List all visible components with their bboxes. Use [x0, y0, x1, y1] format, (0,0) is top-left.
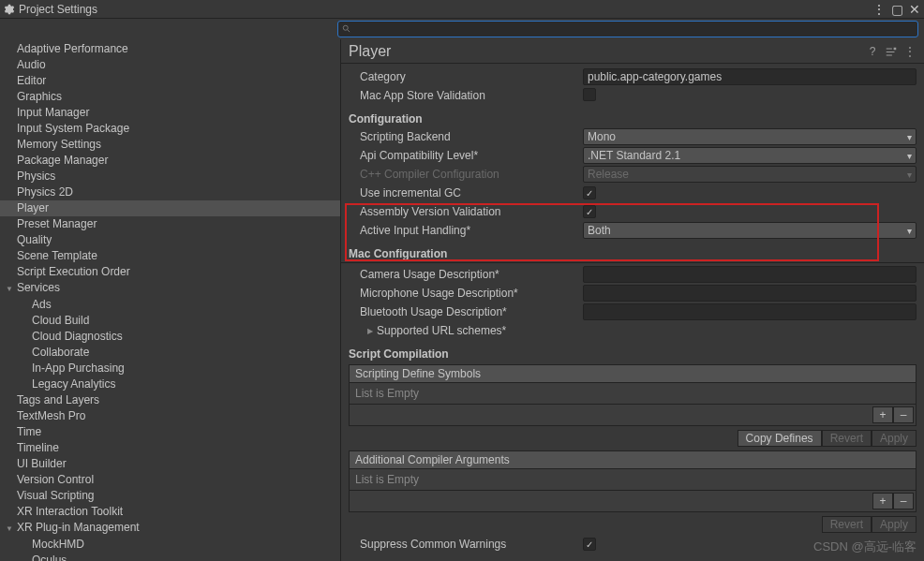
- copy-defines-button[interactable]: Copy Defines: [738, 430, 822, 447]
- sidebar-item[interactable]: Quality: [0, 232, 340, 248]
- sidebar-item[interactable]: Physics: [0, 169, 340, 185]
- sidebar-item[interactable]: Legacy Analytics: [0, 376, 340, 392]
- settings-icon[interactable]: [885, 45, 898, 58]
- active-input-row: Active Input Handling* Both: [341, 221, 924, 240]
- active-input-label: Active Input Handling*: [360, 224, 581, 237]
- args-add-button[interactable]: +: [872, 493, 893, 509]
- sidebar-item[interactable]: MockHMD: [0, 537, 340, 553]
- bt-usage-row: Bluetooth Usage Description*: [341, 303, 924, 321]
- sidebar-item[interactable]: Player: [0, 200, 340, 216]
- page-title: Player: [349, 43, 866, 60]
- cpp-config-label: C++ Compiler Configuration: [360, 168, 581, 181]
- sidebar-item[interactable]: Ads: [0, 297, 340, 313]
- assembly-validation-row: Assembly Version Validation: [341, 202, 924, 221]
- svg-line-1: [348, 30, 350, 33]
- api-compat-label: Api Compatibility Level*: [360, 149, 581, 162]
- search-input[interactable]: [355, 23, 914, 35]
- define-add-button[interactable]: +: [872, 406, 893, 423]
- search-icon: [342, 24, 351, 34]
- sidebar-item[interactable]: Adaptive Performance: [0, 41, 340, 57]
- help-icon[interactable]: ?: [866, 45, 879, 58]
- section-script-compilation: Script Compilation: [341, 346, 924, 362]
- compiler-args-empty: List is Empty: [350, 469, 916, 490]
- section-configuration: Configuration: [341, 111, 924, 127]
- titlebar: Project Settings ⋮ ▢ ✕: [0, 0, 924, 19]
- cpp-config-dropdown: Release: [583, 166, 917, 183]
- more-icon[interactable]: ⋮: [903, 45, 917, 58]
- args-remove-button[interactable]: –: [893, 493, 914, 509]
- category-input[interactable]: [583, 68, 917, 85]
- url-schemes-foldout[interactable]: Supported URL schemes*: [360, 324, 506, 337]
- content: Player ? ⋮ Category Mac App Store Valida…: [341, 39, 924, 561]
- incremental-gc-label: Use incremental GC: [360, 186, 581, 199]
- searchbar: [0, 19, 924, 39]
- close-icon[interactable]: ✕: [909, 2, 920, 17]
- sidebar-item[interactable]: In-App Purchasing: [0, 361, 340, 376]
- maximize-icon[interactable]: ▢: [891, 2, 903, 17]
- sidebar-item[interactable]: Audio: [0, 57, 340, 73]
- active-input-dropdown[interactable]: Both: [583, 222, 917, 239]
- assembly-validation-label: Assembly Version Validation: [360, 205, 581, 218]
- bt-usage-input[interactable]: [583, 303, 917, 320]
- revert2-button: Revert: [822, 516, 872, 533]
- sidebar-item[interactable]: Input System Package: [0, 121, 340, 137]
- svg-point-0: [343, 25, 348, 30]
- category-label: Category: [360, 70, 581, 83]
- compiler-args-list: Additional Compiler Arguments List is Em…: [349, 450, 917, 512]
- sidebar-item[interactable]: Tags and Layers: [0, 392, 340, 408]
- sidebar-item[interactable]: Graphics: [0, 89, 340, 105]
- sidebar-item[interactable]: Script Execution Order: [0, 264, 340, 280]
- sidebar-item[interactable]: Input Manager: [0, 105, 340, 121]
- scripting-backend-label: Scripting Backend: [360, 130, 581, 143]
- camera-usage-row: Camera Usage Description*: [341, 265, 924, 284]
- sidebar-item[interactable]: Oculus: [0, 553, 340, 561]
- section-mac-config: Mac Configuration: [341, 245, 924, 263]
- define-remove-button[interactable]: –: [893, 406, 914, 423]
- sidebar-item[interactable]: Timeline: [0, 440, 340, 456]
- suppress-warnings-checkbox[interactable]: [583, 538, 596, 551]
- scripting-backend-dropdown[interactable]: Mono: [583, 128, 917, 145]
- sidebar-item[interactable]: Cloud Diagnostics: [0, 329, 340, 345]
- gear-icon: [4, 4, 15, 15]
- camera-usage-label: Camera Usage Description*: [360, 268, 581, 281]
- sidebar-item[interactable]: Version Control: [0, 472, 340, 488]
- window-title: Project Settings: [19, 3, 872, 16]
- sidebar-item[interactable]: Time: [0, 424, 340, 440]
- sidebar-item[interactable]: Editor: [0, 73, 340, 89]
- incremental-gc-checkbox[interactable]: [583, 186, 596, 199]
- sidebar-item[interactable]: Physics 2D: [0, 185, 340, 200]
- mic-usage-row: Microphone Usage Description*: [341, 284, 924, 303]
- define-symbols-empty: List is Empty: [350, 383, 916, 404]
- sidebar-item[interactable]: Services: [0, 280, 340, 297]
- content-body: Category Mac App Store Validation Config…: [341, 64, 924, 561]
- sidebar-item[interactable]: UI Builder: [0, 456, 340, 472]
- sidebar-item[interactable]: TextMesh Pro: [0, 408, 340, 424]
- api-compat-dropdown[interactable]: .NET Standard 2.1: [583, 147, 917, 164]
- api-compat-row: Api Compatibility Level* .NET Standard 2…: [341, 146, 924, 165]
- assembly-validation-checkbox[interactable]: [583, 205, 596, 218]
- sidebar-item[interactable]: Memory Settings: [0, 137, 340, 153]
- mac-validation-checkbox[interactable]: [583, 88, 596, 101]
- bt-usage-label: Bluetooth Usage Description*: [360, 305, 581, 318]
- compiler-args-header: Additional Compiler Arguments: [350, 451, 916, 469]
- scripting-backend-row: Scripting Backend Mono: [341, 127, 924, 146]
- sidebar-item[interactable]: XR Plug-in Management: [0, 520, 340, 537]
- search-input-wrapper[interactable]: [337, 21, 918, 37]
- cpp-config-row: C++ Compiler Configuration Release: [341, 165, 924, 184]
- mac-validation-row: Mac App Store Validation: [341, 86, 924, 105]
- camera-usage-input[interactable]: [583, 266, 917, 283]
- sidebar-item[interactable]: Cloud Build: [0, 313, 340, 329]
- sidebar-item[interactable]: Preset Manager: [0, 216, 340, 232]
- menu-icon[interactable]: ⋮: [872, 2, 886, 17]
- url-schemes-row[interactable]: Supported URL schemes*: [341, 321, 924, 340]
- define-symbols-list: Scripting Define Symbols List is Empty +…: [349, 364, 917, 426]
- sidebar-item[interactable]: Collaborate: [0, 345, 340, 361]
- sidebar-item[interactable]: XR Interaction Toolkit: [0, 504, 340, 520]
- sidebar-item[interactable]: Scene Template: [0, 248, 340, 264]
- sidebar-item[interactable]: Visual Scripting: [0, 488, 340, 504]
- define-symbols-header: Scripting Define Symbols: [350, 365, 916, 383]
- apply-button: Apply: [872, 430, 917, 447]
- category-row: Category: [341, 67, 924, 86]
- mic-usage-input[interactable]: [583, 285, 917, 302]
- sidebar-item[interactable]: Package Manager: [0, 153, 340, 169]
